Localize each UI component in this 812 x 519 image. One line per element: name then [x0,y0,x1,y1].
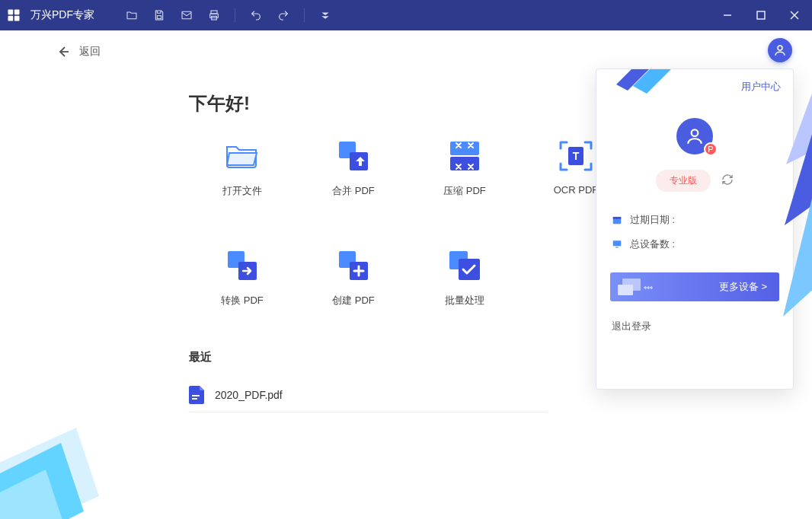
maximize-button[interactable] [750,0,772,30]
user-panel: 用户中心 P 专业版 过期日期 : [596,68,794,390]
svg-rect-33 [615,247,619,248]
toolbar-separator [304,8,305,22]
action-label: 打开文件 [222,184,262,198]
back-arrow-icon[interactable] [55,44,70,59]
svg-rect-1 [14,10,20,15]
refresh-icon[interactable] [721,174,734,188]
action-label: OCR PDF [554,184,599,196]
svg-rect-0 [8,10,14,15]
svg-rect-26 [192,395,200,396]
merge-icon [336,139,371,174]
action-label: 批量处理 [445,294,484,307]
more-menu-icon[interactable] [318,8,332,22]
back-label[interactable]: 返回 [79,45,101,59]
devices-row: 总设备数 : [612,237,778,251]
account-button[interactable] [768,38,792,62]
account-info: 过期日期 : 总设备数 : [612,213,778,251]
batch-icon [447,248,482,283]
ocr-icon: T [558,139,593,174]
decoration-bottom-left [0,397,107,519]
action-open-file[interactable]: 打开文件 [189,139,296,198]
devices-illustration-icon [618,277,654,298]
action-label: 创建 PDF [332,294,375,307]
svg-rect-35 [618,285,633,295]
svg-rect-3 [14,16,20,21]
more-devices-button[interactable]: 更多设备 > [610,272,779,301]
more-devices-label: 更多设备 > [719,280,767,294]
user-center-link[interactable]: 用户中心 [741,80,781,94]
pdf-file-icon [189,386,204,404]
svg-rect-5 [182,11,191,18]
recent-file-item[interactable]: 2020_PDF.pdf [189,378,547,412]
devices-label: 总设备数 : [630,237,675,251]
logout-link[interactable]: 退出登录 [612,320,778,333]
undo-icon[interactable] [249,8,263,22]
open-folder-icon[interactable] [125,8,139,22]
calendar-icon [612,215,622,225]
create-icon [336,248,371,283]
redo-icon[interactable] [277,8,290,22]
action-label: 转换 PDF [221,294,264,307]
svg-text:T: T [573,150,580,162]
expiry-row: 过期日期 : [612,213,778,227]
svg-rect-10 [757,11,765,19]
window-controls [716,0,806,30]
back-row: 返回 [0,30,812,59]
plan-row: 专业版 [596,170,793,192]
mail-icon[interactable] [180,8,193,22]
panel-decoration-icon [616,68,685,100]
minimize-button[interactable] [716,0,739,30]
action-create-pdf[interactable]: 创建 PDF [300,248,407,307]
expiry-label: 过期日期 : [630,213,675,227]
titlebar: 万兴PDF专家 [0,0,812,30]
content-area: 返回 下午好! 打开文件 [0,30,812,519]
save-icon[interactable] [152,8,166,22]
user-avatar: P [676,118,713,154]
recent-file-name: 2020_PDF.pdf [215,389,283,401]
action-batch[interactable]: 批量处理 [411,248,518,307]
app-window: 万兴PDF专家 返回 下午好! [0,0,812,519]
convert-icon [225,248,260,283]
svg-rect-32 [613,240,622,246]
svg-rect-31 [613,217,622,219]
svg-rect-16 [450,142,479,155]
svg-rect-4 [157,16,161,19]
action-label: 合并 PDF [332,184,375,198]
avatar-badge: P [704,142,718,156]
plan-badge: 专业版 [656,170,711,192]
svg-rect-6 [211,11,217,14]
svg-rect-27 [192,398,197,400]
svg-point-29 [692,129,699,136]
action-convert-pdf[interactable]: 转换 PDF [189,248,296,307]
svg-rect-2 [8,16,14,21]
action-compress-pdf[interactable]: 压缩 PDF [411,139,518,198]
svg-rect-17 [450,157,479,170]
svg-point-28 [778,46,782,50]
monitor-icon [612,239,622,250]
action-merge-pdf[interactable]: 合并 PDF [300,139,407,198]
toolbar-icons [125,8,332,22]
app-title: 万兴PDF专家 [30,8,94,22]
action-label: 压缩 PDF [443,184,486,198]
compress-icon [447,139,482,174]
decoration-right [778,73,812,519]
app-logo-icon [6,8,21,23]
folder-open-icon [225,139,260,174]
print-icon[interactable] [207,8,221,22]
close-button[interactable] [783,0,806,30]
toolbar-separator [235,8,235,22]
